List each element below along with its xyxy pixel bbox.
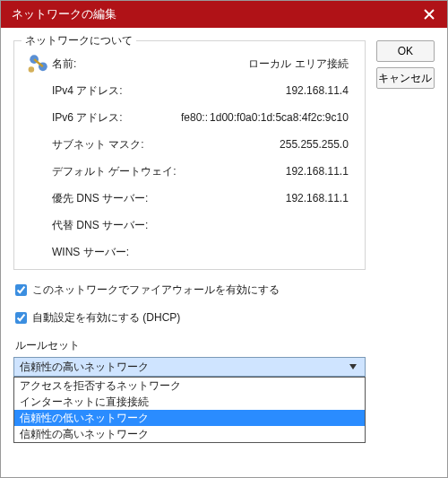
- wins-label: WINS サーバー:: [52, 245, 181, 260]
- ruleset-label: ルールセット: [15, 338, 366, 353]
- ipv6-hidden: 1d00:f0a0:1d:5ca8:4f2c:9c10: [210, 111, 349, 124]
- row-wins: WINS サーバー:: [25, 239, 354, 265]
- ipv6-prefix: fe80::: [181, 111, 208, 124]
- dhcp-check-row: 自動設定を有効にする (DHCP): [15, 310, 366, 326]
- row-gateway: デフォルト ゲートウェイ: 192.168.11.1: [25, 158, 354, 185]
- row-subnet: サブネット マスク: 255.255.255.0: [25, 131, 354, 158]
- row-dns2: 代替 DNS サーバー:: [25, 212, 354, 239]
- gateway-label: デフォルト ゲートウェイ:: [52, 164, 181, 179]
- firewall-label: このネットワークでファイアウォールを有効にする: [32, 282, 280, 298]
- subnet-value: 255.255.255.0: [181, 138, 354, 151]
- side-column: OK キャンセル: [376, 40, 435, 477]
- main-column: ネットワークについて 名前: ローカル エリア接続 IPv4 アドレス: 192…: [13, 40, 366, 477]
- dns1-label: 優先 DNS サーバー:: [52, 191, 181, 206]
- dialog-window: ネットワークの編集 ネットワークについて 名前: ローカル エリア接続 IPv4…: [0, 0, 448, 478]
- cancel-button[interactable]: キャンセル: [376, 67, 435, 89]
- row-name: 名前: ローカル エリア接続: [25, 50, 354, 77]
- window-title: ネットワークの編集: [12, 6, 417, 22]
- subnet-label: サブネット マスク:: [52, 137, 181, 152]
- ruleset-option[interactable]: アクセスを拒否するネットワーク: [14, 378, 365, 394]
- gateway-value: 192.168.11.1: [181, 165, 354, 178]
- svg-point-2: [29, 66, 35, 73]
- dns2-label: 代替 DNS サーバー:: [52, 218, 181, 233]
- chevron-down-icon: [347, 364, 359, 369]
- dhcp-checkbox[interactable]: [15, 312, 27, 324]
- row-dns1: 優先 DNS サーバー: 192.168.11.1: [25, 185, 354, 212]
- ok-button[interactable]: OK: [376, 40, 435, 62]
- dialog-body: ネットワークについて 名前: ローカル エリア接続 IPv4 アドレス: 192…: [1, 28, 447, 477]
- ipv4-value: 192.168.11.4: [181, 84, 354, 97]
- ruleset-dropdown-list: アクセスを拒否するネットワークインターネットに直接接続信頼性の低いネットワーク信…: [13, 377, 366, 443]
- ruleset-dropdown[interactable]: 信頼性の高いネットワーク アクセスを拒否するネットワークインターネットに直接接続…: [13, 357, 366, 377]
- ipv6-label: IPv6 アドレス:: [52, 110, 181, 126]
- name-value: ローカル エリア接続: [181, 56, 354, 72]
- ruleset-option[interactable]: 信頼性の低いネットワーク: [14, 410, 365, 426]
- name-label: 名前:: [52, 56, 181, 72]
- ruleset-selected[interactable]: 信頼性の高いネットワーク: [13, 357, 366, 377]
- firewall-checkbox[interactable]: [15, 284, 27, 296]
- ipv4-label: IPv4 アドレス:: [52, 83, 181, 99]
- ruleset-option[interactable]: 信頼性の高いネットワーク: [14, 426, 365, 442]
- close-icon: [424, 9, 435, 20]
- fieldset-legend: ネットワークについて: [22, 33, 136, 48]
- row-ipv6: IPv6 アドレス: fe80:: 1d00:f0a0:1d:5ca8:4f2c…: [25, 104, 354, 131]
- row-ipv4: IPv4 アドレス: 192.168.11.4: [25, 77, 354, 104]
- close-button[interactable]: [417, 4, 442, 24]
- titlebar: ネットワークの編集: [1, 1, 447, 28]
- network-icon: [25, 52, 52, 75]
- ruleset-selected-text: 信頼性の高いネットワーク: [20, 360, 347, 375]
- firewall-check-row: このネットワークでファイアウォールを有効にする: [15, 282, 366, 298]
- dns1-value: 192.168.11.1: [181, 192, 354, 204]
- dhcp-label: 自動設定を有効にする (DHCP): [32, 310, 180, 326]
- ruleset-option[interactable]: インターネットに直接接続: [14, 394, 365, 410]
- network-info-fieldset: ネットワークについて 名前: ローカル エリア接続 IPv4 アドレス: 192…: [13, 40, 366, 270]
